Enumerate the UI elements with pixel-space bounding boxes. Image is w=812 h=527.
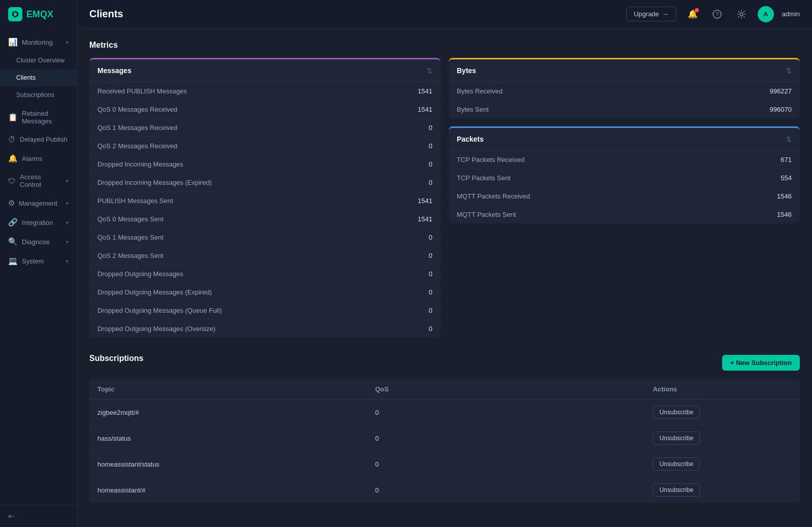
integration-arrow: ▾ <box>66 220 69 225</box>
new-subscription-button[interactable]: + New Subscription <box>722 355 800 371</box>
qos-cell: 0 <box>375 486 653 494</box>
system-icon: 💻 <box>8 256 18 266</box>
table-row: QoS 0 Messages Sent1541 <box>89 210 441 228</box>
subscriptions-section: Subscriptions + New Subscription Topic Q… <box>89 354 800 503</box>
metric-name: QoS 2 Messages Sent <box>97 252 163 259</box>
metric-value: 554 <box>781 174 792 182</box>
qos-cell: 0 <box>375 409 653 416</box>
sidebar-item-clients[interactable]: Clients <box>0 69 77 86</box>
table-row: Bytes Received996227 <box>449 82 800 101</box>
management-arrow: ▾ <box>66 201 69 206</box>
table-row: QoS 1 Messages Sent0 <box>89 228 441 247</box>
unsubscribe-button[interactable]: Unsubscribe <box>653 432 700 445</box>
left-metric-cards: Bytes ⇅ Bytes Received996227Bytes Sent99… <box>449 58 800 223</box>
metric-name: MQTT Packets Sent <box>457 211 516 218</box>
admin-name[interactable]: admin <box>782 10 800 18</box>
avatar-initial: A <box>763 10 768 18</box>
diagnose-label: Diagnose <box>22 238 62 246</box>
sidebar-item-diagnose[interactable]: 🔍 Diagnose ▾ <box>0 232 77 251</box>
new-sub-label: + New Subscription <box>730 359 792 367</box>
sidebar-item-monitoring[interactable]: 📊 Monitoring ▾ <box>0 32 77 52</box>
qos-cell: 0 <box>375 460 653 468</box>
table-row: homeassistant/status 0 Unsubscribe <box>89 451 800 477</box>
metric-value: 0 <box>429 252 432 259</box>
metrics-title: Metrics <box>89 41 800 50</box>
qos-cell: 0 <box>375 435 653 442</box>
sidebar-item-cluster-overview[interactable]: Cluster Overview <box>0 52 77 69</box>
system-arrow: ▾ <box>66 258 69 264</box>
clients-label: Clients <box>16 74 69 81</box>
diagnose-arrow: ▾ <box>66 239 69 245</box>
metrics-grid: Bytes ⇅ Bytes Received996227Bytes Sent99… <box>89 58 800 338</box>
header: Clients Upgrade → 🔔 ? <box>77 0 812 28</box>
sidebar-item-management[interactable]: ⚙ Management ▾ <box>0 193 77 213</box>
access-control-icon: 🛡 <box>8 177 16 185</box>
logo[interactable]: EMQX <box>0 0 77 28</box>
system-label: System <box>22 257 62 265</box>
metric-name: QoS 2 Messages Received <box>97 142 178 150</box>
metric-value: 0 <box>429 179 432 186</box>
sidebar-item-alarms[interactable]: 🔔 Alarms <box>0 149 77 168</box>
diagnose-icon: 🔍 <box>8 237 18 246</box>
upgrade-button[interactable]: Upgrade → <box>626 7 676 21</box>
sidebar-item-delayed-publish[interactable]: ⏱ Delayed Publish <box>0 130 77 149</box>
bytes-card-title: Bytes <box>457 67 476 75</box>
help-button[interactable]: ? <box>709 6 725 22</box>
metric-value: 1546 <box>777 211 792 218</box>
metric-name: Dropped Incoming Messages (Expired) <box>97 179 212 186</box>
alarms-icon: 🔔 <box>8 154 18 163</box>
table-row: TCP Packets Sent554 <box>449 169 800 187</box>
metric-value: 0 <box>429 270 432 278</box>
topic-cell: hass/status <box>97 435 375 442</box>
metric-name: Bytes Received <box>457 87 502 95</box>
metric-name: Bytes Sent <box>457 106 489 113</box>
metric-value: 0 <box>429 160 432 168</box>
metric-value: 671 <box>781 156 792 163</box>
delayed-icon: ⏱ <box>8 135 16 144</box>
management-label: Management <box>19 200 62 207</box>
metric-name: TCP Packets Sent <box>457 174 511 182</box>
metric-value: 1541 <box>418 215 432 223</box>
metric-name: Dropped Outgoing Messages (Queue Full) <box>97 307 222 314</box>
unsubscribe-button[interactable]: Unsubscribe <box>653 457 700 471</box>
table-row: zigbee2mqtt/# 0 Unsubscribe <box>89 400 800 425</box>
topic-cell: zigbee2mqtt/# <box>97 409 375 416</box>
avatar[interactable]: A <box>758 6 774 22</box>
sidebar-item-retained-messages[interactable]: 📋 Retained Messages <box>0 105 77 130</box>
messages-card-header: Messages ⇅ <box>89 59 441 82</box>
unsubscribe-button[interactable]: Unsubscribe <box>653 406 700 419</box>
table-header: Topic QoS Actions <box>89 379 800 400</box>
subscriptions-header: Subscriptions + New Subscription <box>89 354 800 371</box>
action-cell: Unsubscribe <box>653 483 792 497</box>
delayed-label: Delayed Publish <box>20 136 69 143</box>
notifications-button[interactable]: 🔔 <box>685 6 701 22</box>
metric-name: TCP Packets Received <box>457 156 524 163</box>
svg-text:?: ? <box>716 11 719 17</box>
metric-value: 0 <box>429 142 432 150</box>
sidebar-item-integration[interactable]: 🔗 Integration ▾ <box>0 213 77 232</box>
messages-sort-icon[interactable]: ⇅ <box>427 67 432 75</box>
bytes-sort-icon[interactable]: ⇅ <box>786 67 792 75</box>
packets-sort-icon[interactable]: ⇅ <box>786 136 792 143</box>
sidebar-item-access-control[interactable]: 🛡 Access Control ▾ <box>0 168 77 193</box>
metric-name: Dropped Outgoing Messages (Expired) <box>97 288 212 296</box>
table-row: MQTT Packets Sent1546 <box>449 206 800 223</box>
table-row: Dropped Incoming Messages0 <box>89 155 441 174</box>
monitoring-icon: 📊 <box>8 38 18 47</box>
table-row: Bytes Sent996070 <box>449 101 800 118</box>
sidebar-navigation: 📊 Monitoring ▾ Cluster Overview Clients … <box>0 28 77 505</box>
metric-name: Dropped Outgoing Messages <box>97 270 183 278</box>
settings-button[interactable] <box>733 6 750 22</box>
logo-text: EMQX <box>26 9 53 20</box>
table-row: Received PUBLISH Messages1541 <box>89 82 441 101</box>
collapse-sidebar-button[interactable]: ⇤ <box>8 512 15 520</box>
metric-value: 1541 <box>418 197 432 205</box>
messages-rows: Received PUBLISH Messages1541QoS 0 Messa… <box>89 82 441 338</box>
metric-name: Dropped Incoming Messages <box>97 160 183 168</box>
monitoring-label: Monitoring <box>22 39 62 46</box>
sidebar-item-system[interactable]: 💻 System ▾ <box>0 251 77 271</box>
unsubscribe-button[interactable]: Unsubscribe <box>653 483 700 497</box>
messages-card: Messages ⇅ Received PUBLISH Messages1541… <box>89 58 441 338</box>
sidebar-item-subscriptions[interactable]: Subscriptions <box>0 86 77 104</box>
action-cell: Unsubscribe <box>653 457 792 471</box>
